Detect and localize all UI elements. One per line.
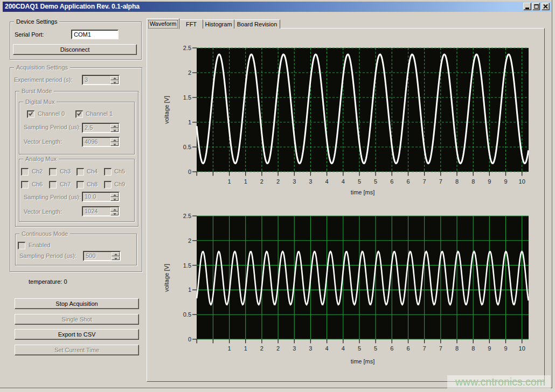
svg-text:6: 6 [406, 178, 410, 185]
svg-text:1: 1 [244, 345, 247, 352]
svg-text:3: 3 [293, 178, 296, 185]
svg-text:2: 2 [260, 178, 263, 185]
svg-text:5: 5 [358, 345, 361, 352]
svg-text:0.5: 0.5 [183, 311, 191, 318]
svg-text:5: 5 [358, 178, 361, 185]
svg-text:1.5: 1.5 [183, 262, 191, 269]
svg-text:1: 1 [188, 119, 191, 125]
svg-text:5: 5 [374, 178, 377, 185]
svg-text:6: 6 [406, 345, 410, 352]
svg-text:voltage [V]: voltage [V] [163, 96, 170, 124]
svg-text:4: 4 [325, 345, 329, 352]
svg-text:8: 8 [455, 178, 459, 185]
svg-text:8: 8 [455, 345, 459, 352]
svg-text:1: 1 [228, 178, 231, 185]
svg-text:1: 1 [188, 286, 191, 293]
svg-text:2.5: 2.5 [183, 45, 191, 51]
svg-text:8: 8 [471, 345, 475, 352]
svg-text:9: 9 [488, 345, 491, 352]
svg-text:0.5: 0.5 [183, 144, 191, 150]
svg-text:0: 0 [188, 336, 191, 342]
svg-text:8: 8 [471, 178, 475, 185]
svg-text:10: 10 [519, 345, 525, 352]
svg-text:time [ms]: time [ms] [351, 358, 375, 365]
svg-text:3: 3 [309, 178, 312, 185]
svg-text:6: 6 [390, 178, 393, 185]
svg-text:4: 4 [325, 178, 329, 185]
svg-text:10: 10 [519, 178, 525, 185]
svg-text:2.5: 2.5 [183, 213, 191, 219]
svg-text:2: 2 [260, 345, 263, 352]
svg-text:3: 3 [293, 345, 296, 352]
svg-text:1: 1 [228, 345, 231, 352]
svg-text:7: 7 [439, 178, 442, 185]
svg-text:5: 5 [374, 345, 377, 352]
svg-text:2: 2 [188, 237, 191, 244]
svg-text:9: 9 [504, 345, 507, 352]
svg-text:1: 1 [244, 178, 247, 185]
svg-text:0: 0 [188, 169, 191, 175]
svg-text:2: 2 [276, 345, 280, 352]
svg-text:9: 9 [504, 178, 507, 185]
svg-text:time [ms]: time [ms] [351, 189, 375, 195]
svg-text:3: 3 [309, 345, 312, 352]
svg-text:2: 2 [276, 178, 280, 185]
svg-text:7: 7 [423, 178, 426, 185]
svg-text:4: 4 [342, 178, 345, 185]
svg-text:2: 2 [188, 69, 191, 76]
svg-text:voltage [V]: voltage [V] [163, 264, 170, 292]
svg-text:4: 4 [342, 345, 345, 352]
svg-text:6: 6 [390, 345, 393, 352]
svg-text:7: 7 [439, 345, 442, 352]
svg-text:9: 9 [488, 178, 491, 185]
svg-text:1.5: 1.5 [183, 94, 191, 101]
svg-text:7: 7 [423, 345, 426, 352]
